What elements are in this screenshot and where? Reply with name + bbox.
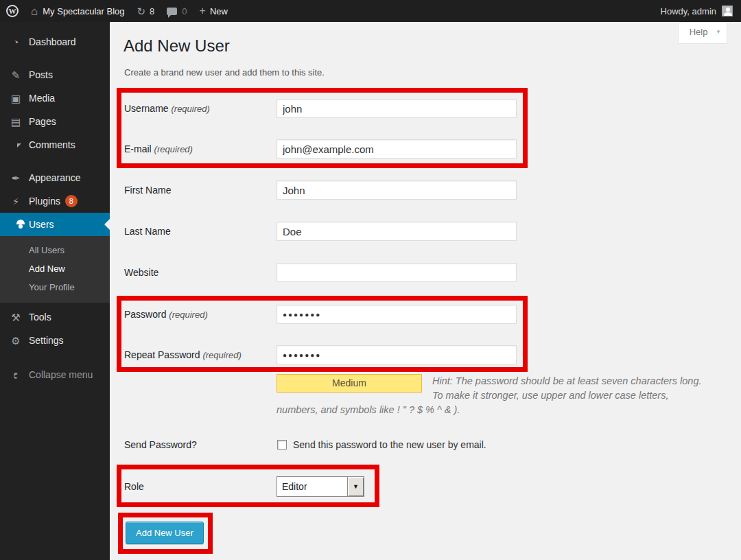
repeat-password-label: Repeat Password (required) (124, 349, 277, 360)
wordpress-logo-menu[interactable]: W (0, 0, 25, 22)
first-name-label: First Name (124, 185, 277, 196)
appearance-brush-icon: ✒ (9, 173, 23, 183)
howdy-label: Howdy, admin (661, 6, 716, 16)
username-row: Username (required) (124, 99, 523, 118)
menu-separator (0, 54, 110, 63)
sidebar-item-dashboard[interactable]: ◔ Dashboard (0, 30, 110, 54)
help-button[interactable]: Help ▼ (678, 22, 727, 44)
sidebar-item-label: Appearance (29, 172, 81, 183)
sidebar-item-comments[interactable]: Comments (0, 133, 110, 156)
last-name-row: Last Name (110, 222, 741, 241)
plus-icon: + (200, 5, 206, 16)
sidebar-item-label: Comments (29, 139, 75, 150)
website-label: Website (124, 267, 277, 278)
role-label: Role (124, 481, 277, 492)
last-name-label: Last Name (124, 226, 277, 237)
updates-link[interactable]: ↻ 8 (131, 0, 161, 22)
users-submenu: All Users Add New Your Profile (0, 236, 110, 303)
update-icon: ↻ (137, 6, 146, 16)
email-row: E-mail (required) (124, 139, 523, 159)
new-content-menu[interactable]: + New (193, 0, 234, 22)
password-field[interactable] (277, 305, 517, 324)
current-item-arrow (99, 219, 110, 230)
password-strength-meter: Medium (277, 374, 422, 393)
sidebar-item-pages[interactable]: ▤ Pages (0, 110, 110, 133)
password-label: Password (required) (124, 309, 277, 320)
send-password-label: Send Password? (124, 439, 277, 450)
annotation-box-role: Role Editor ▼ (117, 465, 379, 507)
sidebar-item-tools[interactable]: ⚒ Tools (0, 305, 110, 329)
pages-icon: ▤ (9, 117, 23, 127)
sidebar-item-posts[interactable]: ✎ Posts (0, 63, 110, 86)
page-subtitle: Create a brand new user and add them to … (124, 67, 741, 78)
website-field[interactable] (277, 263, 517, 282)
role-row: Role Editor ▼ (124, 476, 375, 497)
add-new-user-button[interactable]: Add New User (126, 522, 204, 544)
collapse-arrow-icon: ◀ (9, 369, 23, 382)
first-name-field[interactable] (277, 180, 517, 200)
sidebar-item-label: Tools (29, 312, 51, 323)
username-label: Username (required) (124, 103, 277, 114)
submenu-item-your-profile[interactable]: Your Profile (0, 278, 110, 296)
sidebar-item-media[interactable]: ▣ Media (0, 86, 110, 110)
required-note: (required) (169, 310, 207, 320)
send-password-row: Send Password? Send this password to the… (110, 439, 741, 450)
website-row: Website (110, 263, 741, 282)
sidebar-item-label: Users (29, 219, 54, 230)
avatar (722, 5, 733, 16)
site-name-label: My Spectacular Blog (43, 6, 124, 16)
repeat-password-field[interactable] (277, 345, 517, 364)
settings-icon: ⚙ (9, 336, 23, 346)
sidebar-item-label: Dashboard (29, 36, 76, 47)
plugin-icon: ⚡ (9, 196, 23, 207)
role-select[interactable]: Editor ▼ (277, 476, 364, 497)
comment-bubble-icon (167, 8, 177, 15)
update-count: 8 (150, 6, 154, 16)
pushpin-icon: ✎ (9, 70, 23, 80)
comment-count: 0 (182, 6, 187, 16)
required-note: (required) (202, 350, 241, 360)
required-note: (required) (171, 104, 209, 114)
admin-bar: W ⌂ My Spectacular Blog ↻ 8 0 + New Howd… (0, 0, 741, 22)
password-row: Password (required) (124, 305, 523, 324)
submenu-item-all-users[interactable]: All Users (0, 241, 110, 259)
sidebar-item-plugins[interactable]: ⚡ Plugins 8 (0, 189, 110, 213)
password-strength-area: Medium Hint: The password should be at l… (277, 374, 712, 417)
first-name-row: First Name (110, 180, 741, 200)
annotation-box-username-email: Username (required) E-mail (required) (117, 88, 528, 168)
sidebar-item-label: Posts (29, 69, 53, 80)
sidebar-item-label: Pages (29, 116, 56, 127)
new-label: New (210, 6, 228, 16)
submenu-item-add-new[interactable]: Add New (0, 259, 110, 278)
sidebar-item-label: Settings (29, 335, 64, 346)
chevron-down-icon: ▼ (716, 29, 721, 35)
send-password-checkbox[interactable] (277, 440, 287, 450)
collapse-menu-label: Collapse menu (29, 369, 93, 380)
home-icon: ⌂ (31, 5, 38, 17)
last-name-field[interactable] (277, 222, 517, 241)
page-title: Add New User (110, 22, 741, 56)
help-label: Help (690, 27, 708, 37)
required-note: (required) (154, 144, 193, 154)
email-field[interactable] (277, 139, 517, 159)
site-name-link[interactable]: ⌂ My Spectacular Blog (25, 0, 131, 22)
username-field[interactable] (277, 99, 517, 118)
sidebar-item-appearance[interactable]: ✒ Appearance (0, 166, 110, 189)
sidebar-item-users[interactable]: Users (0, 213, 110, 236)
my-account-menu[interactable]: Howdy, admin (661, 5, 741, 16)
sidebar-item-label: Media (29, 93, 55, 104)
repeat-password-row: Repeat Password (required) (124, 345, 523, 364)
main-content: Help ▼ Add New User Create a brand new u… (110, 22, 741, 560)
annotation-box-submit: Add New User (118, 513, 213, 554)
media-icon: ▣ (9, 93, 23, 104)
collapse-menu-button[interactable]: ◀ Collapse menu (0, 363, 110, 386)
annotation-box-passwords: Password (required) Repeat Password (req… (117, 296, 528, 372)
dropdown-arrow-icon: ▼ (347, 477, 364, 496)
sidebar-item-label: Plugins (29, 196, 60, 207)
role-selected-value: Editor (277, 481, 347, 492)
admin-menu: ◔ Dashboard ✎ Posts ▣ Media ▤ Pages Comm… (0, 22, 110, 560)
send-password-checkbox-label: Send this password to the new user by em… (293, 439, 486, 450)
sidebar-item-settings[interactable]: ⚙ Settings (0, 329, 110, 352)
comments-link[interactable]: 0 (161, 0, 193, 22)
menu-separator (0, 156, 110, 166)
